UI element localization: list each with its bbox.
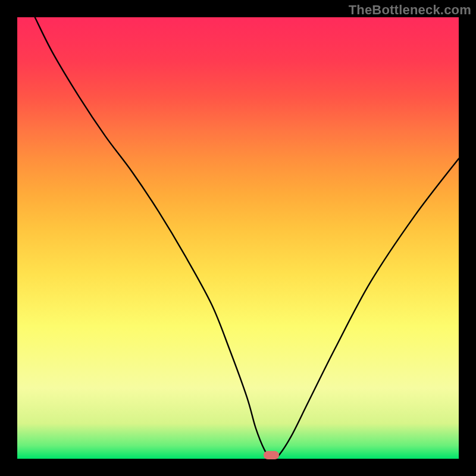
watermark-text: TheBottleneck.com bbox=[349, 2, 471, 18]
plot-area bbox=[17, 17, 459, 459]
bottleneck-curve bbox=[17, 17, 459, 459]
optimum-marker bbox=[264, 451, 279, 459]
curve-path bbox=[35, 17, 459, 459]
chart-frame: TheBottleneck.com bbox=[0, 0, 476, 476]
